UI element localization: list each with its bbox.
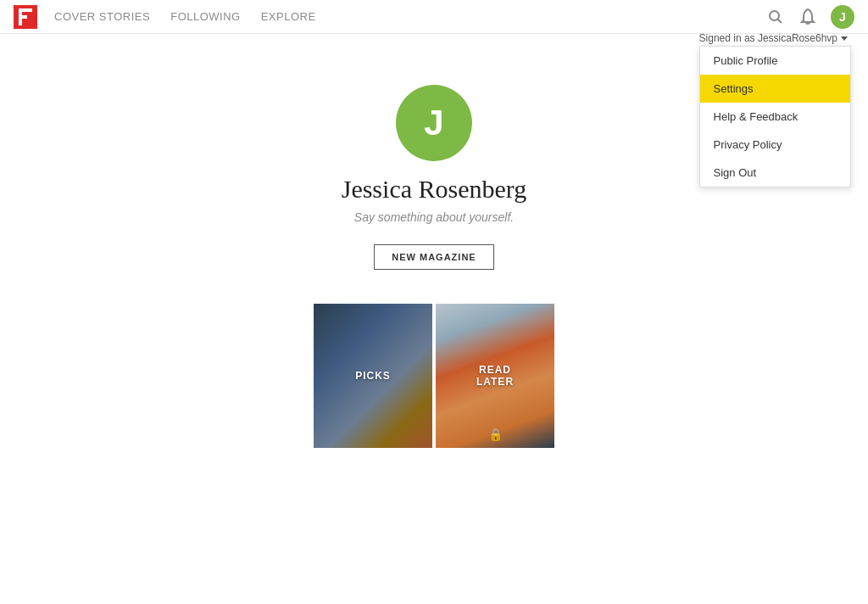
dropdown-settings[interactable]: Settings (700, 75, 850, 103)
new-magazine-button[interactable]: NEW MAGAZINE (374, 244, 493, 270)
profile-name: Jessica Rosenberg (342, 175, 527, 204)
dropdown-privacy-policy[interactable]: Privacy Policy (700, 131, 850, 159)
svg-point-3 (770, 11, 779, 20)
tile-read-later[interactable]: READ LATER 🔒 (436, 304, 554, 448)
dropdown-arrow-icon (841, 36, 848, 41)
nav-following[interactable]: FOLLOWING (170, 10, 241, 23)
tile-picks[interactable]: PICKS (314, 304, 432, 448)
navbar: COVER STORIES FOLLOWING EXPLORE J (0, 0, 868, 34)
search-icon[interactable] (766, 8, 785, 26)
user-avatar-nav[interactable]: J (831, 5, 854, 29)
nav-right: J (766, 5, 854, 29)
dropdown-overlay: Signed in as JessicaRose6hvp Public Prof… (699, 32, 851, 187)
flipboard-logo[interactable] (14, 5, 37, 29)
signed-in-text: Signed in as JessicaRose6hvp (699, 32, 837, 44)
tile-picks-label: PICKS (355, 370, 391, 382)
notification-icon[interactable] (798, 8, 817, 26)
magazine-tiles: PICKS READ LATER 🔒 (314, 304, 554, 448)
dropdown-menu: Public Profile Settings Help & Feedback … (699, 46, 851, 187)
dropdown-public-profile[interactable]: Public Profile (700, 47, 850, 75)
nav-explore[interactable]: EXPLORE (261, 10, 316, 23)
svg-line-4 (778, 19, 782, 23)
svg-rect-2 (19, 15, 27, 19)
profile-avatar: J (396, 85, 472, 161)
dropdown-header: Signed in as JessicaRose6hvp (699, 32, 851, 44)
nav-links: COVER STORIES FOLLOWING EXPLORE (54, 10, 766, 23)
nav-cover-stories[interactable]: COVER STORIES (54, 10, 150, 23)
profile-bio: Say something about yourself. (354, 210, 514, 224)
lock-icon: 🔒 (488, 428, 503, 441)
dropdown-sign-out[interactable]: Sign Out (700, 159, 850, 187)
dropdown-help-feedback[interactable]: Help & Feedback (700, 103, 850, 131)
tile-read-later-label: READ LATER (465, 364, 525, 388)
